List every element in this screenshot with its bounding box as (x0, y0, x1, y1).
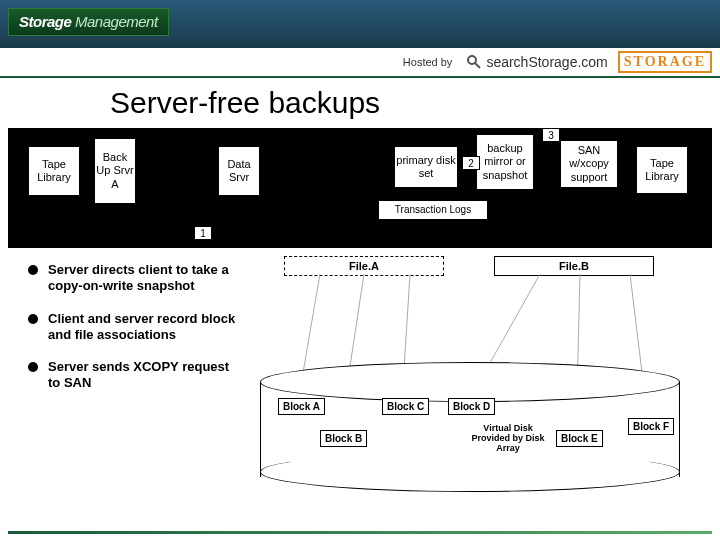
num-3: 3 (542, 128, 560, 142)
diagram-top: Tape Library Back Up Srvr A Data Srvr pr… (8, 128, 712, 248)
box-data-server: Data Srvr (218, 146, 260, 196)
diagram-bottom: File.A File.B Block A Block B Block C Bl… (240, 252, 720, 502)
storage-pill: STORAGE (618, 51, 712, 73)
search-storage-logo: searchStorage.com (466, 54, 607, 70)
sub-bar: Hosted by searchStorage.com STORAGE (0, 48, 720, 78)
logo: Storage Management (8, 8, 169, 36)
box-tape-library-1: Tape Library (28, 146, 80, 196)
bullet-1: Server directs client to take a copy-on-… (28, 262, 240, 295)
box-backup-server: Back Up Srvr A (94, 138, 136, 204)
block-e: Block E (556, 430, 603, 447)
block-a: Block A (278, 398, 325, 415)
bullet-list: Server directs client to take a copy-on-… (0, 252, 240, 502)
num-2: 2 (462, 156, 480, 170)
search-icon (466, 54, 482, 70)
header-bar: Storage Management (0, 0, 720, 48)
footer-rule (8, 531, 712, 534)
block-f: Block F (628, 418, 674, 435)
search-storage-text: searchStorage.com (486, 54, 607, 70)
bullet-2: Client and server record block and file … (28, 311, 240, 344)
box-tape-library-2: Tape Library (636, 146, 688, 194)
disk-top (260, 362, 680, 402)
hosted-by-label: Hosted by (403, 56, 453, 68)
svg-line-1 (475, 63, 480, 68)
svg-point-0 (468, 56, 476, 64)
logo-light: Management (75, 13, 158, 30)
box-primary-disk: primary disk set (394, 146, 458, 188)
box-san: SAN w/xcopy support (560, 140, 618, 188)
num-1: 1 (194, 226, 212, 240)
content-row: Server directs client to take a copy-on-… (0, 252, 720, 502)
disk-bottom (260, 452, 680, 492)
bullet-3: Server sends XCOPY request to SAN (28, 359, 240, 392)
block-c: Block C (382, 398, 429, 415)
block-b: Block B (320, 430, 367, 447)
box-backup-mirror: backup mirror or snapshot (476, 134, 534, 190)
logo-bold: Storage (19, 13, 71, 30)
page-title: Server-free backups (0, 78, 720, 128)
storage-pill-text: STORAGE (624, 54, 706, 69)
block-d: Block D (448, 398, 495, 415)
box-transaction-logs: Transaction Logs (378, 200, 488, 220)
virtual-disk-label: Virtual Disk Provided by Disk Array (468, 424, 548, 454)
